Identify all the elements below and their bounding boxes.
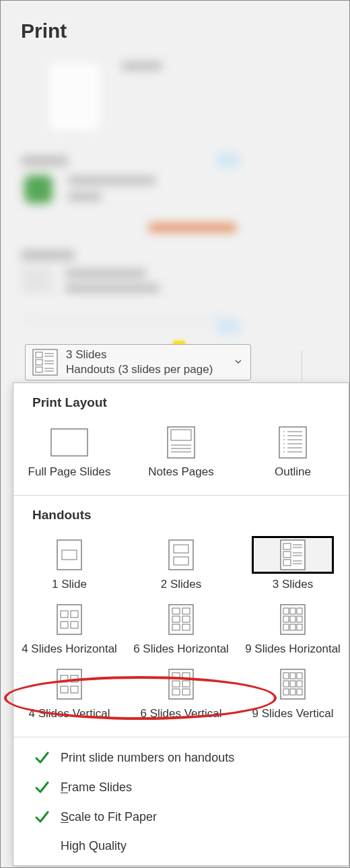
outline-icon [279,426,307,459]
option-6-slides-vertical[interactable]: 6 Slides Vertical [125,661,237,726]
option-label: 6 Slides Vertical [141,707,222,721]
option-label: Full Page Slides [28,465,111,479]
layout-dropdown-line1: 3 Slides [66,347,228,362]
option-print-slide-numbers[interactable]: Print slide numbers on handouts [13,743,349,772]
svg-rect-29 [57,540,81,570]
option-2-slides[interactable]: 2 Slides [125,532,237,597]
option-text: High Quality [61,839,127,853]
four-v-icon [57,669,82,700]
three-slides-icon [31,348,59,376]
option-text: Scale to Fit Paper [61,810,157,824]
svg-rect-78 [281,669,305,699]
option-high-quality[interactable]: High Quality [13,832,349,861]
option-9-slides-vertical[interactable]: 9 Slides Vertical [237,661,349,726]
option-label: 6 Slides Horizontal [133,642,229,656]
layout-dropdown-panel: Print Layout Full Page Slides Notes Page… [13,382,349,866]
print-layout-grid: Full Page Slides Notes Pages [13,417,349,495]
option-4-slides-horizontal[interactable]: 4 Slides Horizontal [13,597,125,661]
option-label: Notes Pages [148,465,213,479]
option-label: 2 Slides [161,578,201,591]
option-scale-to-fit[interactable]: Scale to Fit Paper [13,802,349,832]
four-h-icon [57,604,82,635]
option-notes-pages[interactable]: Notes Pages [125,420,237,484]
one-slide-icon [57,539,82,570]
option-label: Outline [275,465,311,479]
handouts-grid: 1 Slide 2 Slides 3 Slid [13,529,349,737]
checkmark-icon [34,809,50,824]
option-label: 9 Slides Vertical [252,707,334,721]
option-1-slide[interactable]: 1 Slide [13,532,125,597]
full-page-slides-icon [50,428,88,457]
page-title: Print [1,1,349,42]
nine-v-icon [280,669,306,700]
layout-dropdown-text: 3 Slides Handouts (3 slides per page) [66,347,228,377]
option-text: Frame Slides [61,780,132,795]
option-label: 1 Slide [52,578,87,591]
two-slides-icon [168,539,194,570]
option-9-slides-horizontal[interactable]: 9 Slides Horizontal [237,597,349,661]
svg-rect-66 [57,669,81,699]
option-4-slides-vertical[interactable]: 4 Slides Vertical [13,661,125,726]
option-label: 4 Slides Horizontal [22,642,117,656]
nine-h-icon [280,604,306,635]
option-label: 9 Slides Horizontal [245,642,341,656]
three-slides-option-icon [280,539,306,570]
svg-rect-10 [51,429,88,456]
notes-pages-icon [167,426,195,459]
print-layout-section-header: Print Layout [13,383,349,417]
handouts-section-header: Handouts [13,496,349,529]
option-print-comments: Print Comments [13,861,349,868]
layout-dropdown-button[interactable]: 3 Slides Handouts (3 slides per page) [25,344,251,380]
checkmark-icon [34,780,50,795]
checkmark-icon [34,750,50,765]
option-label: 3 Slides [273,578,313,591]
option-text: Print slide numbers on handouts [61,751,234,765]
print-options-section: Print slide numbers on handouts Frame Sl… [13,737,349,868]
option-label: 4 Slides Vertical [29,707,110,721]
option-frame-slides[interactable]: Frame Slides [13,772,349,802]
chevron-down-icon [234,357,245,368]
option-6-slides-horizontal[interactable]: 6 Slides Horizontal [125,597,237,661]
six-h-icon [168,604,194,635]
svg-rect-11 [168,427,195,458]
option-3-slides[interactable]: 3 Slides [237,532,349,597]
preview-edge [302,351,302,382]
option-outline[interactable]: Outline [237,420,349,484]
blurred-background [21,55,329,337]
six-v-icon [168,669,194,700]
option-full-page-slides[interactable]: Full Page Slides [13,420,125,484]
layout-dropdown-line2: Handouts (3 slides per page) [66,362,228,377]
svg-rect-56 [281,605,305,634]
svg-rect-44 [57,605,81,634]
